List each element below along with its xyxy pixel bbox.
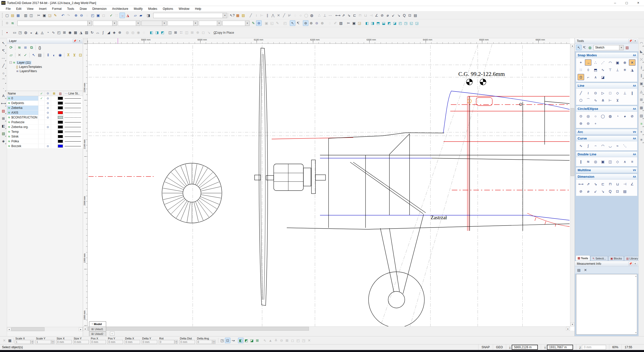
drawing-area[interactable]: C.G. 99.2-122.6mm Zastrzał [88,44,570,326]
layer-active-check[interactable] [38,139,45,144]
dim-leader-icon[interactable]: ↙ [592,188,599,194]
tree-collapse-icon[interactable]: − [10,61,12,64]
line-parallel-icon[interactable]: ∥ [265,13,270,18]
curve-cloud-icon[interactable]: ◠ [599,143,606,149]
line-perp-from-icon[interactable]: ⊢ [607,97,614,103]
curve-spline-icon[interactable]: ∿ [578,143,584,149]
dim-ordinate-icon[interactable]: ⊏ [352,13,357,18]
snap-none-icon[interactable]: → [585,59,591,66]
dim-stacked-icon[interactable]: ⊣ [622,181,628,187]
no-fill-icon[interactable]: ⊝ [279,338,284,343]
layer-row[interactable]: ≋Półka [7,139,83,144]
pattern-combo[interactable]: ▾ [168,21,198,26]
layer-linestyle[interactable] [63,134,82,139]
menu-item[interactable]: Format [49,6,64,11]
circle-2pt-icon[interactable]: ○ [298,13,303,18]
array-copy-icon[interactable]: ◫ [184,30,189,35]
point-chain-icon[interactable]: ⋯ [328,13,333,18]
snap-running-icon[interactable]: ⌖ [578,59,584,66]
zoom-out-icon[interactable]: ⊖ [79,13,84,18]
pin-icon[interactable]: 📌 [73,39,77,43]
format-painter-icon[interactable]: ✎ [53,13,58,18]
palette-tab[interactable]: ▨Tools [576,255,590,261]
scroll-up-icon[interactable]: ▴ [635,275,636,277]
constraint-link-icon[interactable]: ↝ [230,338,236,343]
show-render-icon[interactable]: ⊜ [319,20,325,26]
line-segment-icon[interactable]: ╱ [248,13,254,18]
layer-active-check[interactable]: ✓ [38,96,45,101]
scroll-left-icon[interactable]: ◂ [83,327,87,331]
selector-properties-icon[interactable]: ◨ [146,13,151,18]
circle-tan-2-icon[interactable]: ◔ [614,113,621,119]
save-file-icon[interactable]: ▦ [15,13,21,18]
spell-check-icon[interactable]: ✓ [108,13,114,18]
layer-lock-toggle[interactable] [51,144,57,148]
undo-icon[interactable]: ↶ [60,13,66,18]
layer-color-swatch[interactable] [57,115,63,120]
print-icon[interactable]: ▥ [23,13,28,18]
circle-double-point-icon[interactable]: ○ [592,113,599,119]
curve-bezier-icon[interactable]: ∫ [585,143,591,149]
layer-visibility-toggle[interactable] [45,129,51,134]
line-segment-icon[interactable]: ╱ [578,90,584,96]
pin-icon[interactable]: 📌 [628,262,633,266]
solid-polyline-icon[interactable]: ∿ [51,30,56,35]
layer-linestyle[interactable] [63,125,82,129]
chevron-up-icon[interactable]: ∧∧ [633,54,636,57]
snap-toggle-icon[interactable]: → [119,13,125,18]
snap-midpoint-icon[interactable]: ⊤ [607,67,614,73]
snap-hidden-icon[interactable]: ◪ [599,74,606,80]
solid-rotate-icon[interactable]: ◳ [17,30,23,35]
redo-icon[interactable]: ↷ [66,13,71,18]
dim-parallel-icon[interactable]: ⇗ [341,13,346,18]
camera-icon[interactable]: ▧ [338,20,344,26]
layer-tree-item-filters[interactable]: ≌ LayersFilters [16,69,82,73]
show-lights-icon[interactable]: ⊜ [303,20,308,26]
field-input[interactable] [125,340,140,344]
table-tool-icon[interactable]: ▦ [639,104,644,112]
align-tool-icon[interactable]: ≡ [639,120,644,128]
scroll-up-icon[interactable]: ▴ [571,44,574,48]
layer-active-check[interactable] [38,144,45,148]
layer-lock-toggle[interactable] [51,96,57,101]
zoom-extents-icon[interactable]: ◰ [90,13,95,18]
snap-quadrant-icon[interactable]: ⊕ [622,59,628,66]
dim-leader-multi-icon[interactable]: ↘ [396,13,401,18]
section-header[interactable]: Dimension∧∧ [576,174,637,180]
paste-entities-icon[interactable]: ◲ [357,20,362,26]
snap-intersection-icon[interactable]: ✕ [629,59,635,66]
set-current-layer-icon[interactable]: ✓ [22,52,28,58]
solid-revolve-icon[interactable]: ⊞ [62,30,67,35]
layer-color-swatch[interactable] [57,134,63,139]
facet-back-icon[interactable]: ◩ [160,30,165,35]
solid-part-icon[interactable]: ◔ [45,30,51,35]
layer-highlight-icon[interactable]: ⊜ [256,20,262,26]
copy-in-workplane-icon[interactable]: ▱ [133,13,138,18]
layer-lock-toggle[interactable] [51,101,57,105]
menu-item[interactable]: File [3,6,13,11]
line-tool-icon[interactable]: ╱ [1,62,7,69]
dim-baseline-icon[interactable]: ⊓ [357,13,363,18]
copy-tool-icon[interactable]: ▣ [639,79,644,87]
dline-polygon-icon[interactable]: ◇ [614,158,621,165]
dim-quick-icon[interactable]: Q [401,13,407,18]
context-help-icon[interactable]: ↖? [229,13,235,18]
select-icon[interactable]: ↖ [290,20,295,26]
linestyle-combo[interactable]: ▾ [118,21,140,26]
ellipse-icon[interactable]: ⊜ [578,120,584,126]
layer-active-check[interactable] [38,106,45,110]
workspace-combo[interactable]: Sketch▾ [593,45,624,50]
circle-triple-point-icon[interactable]: ◯ [599,113,606,119]
spin-up-icon[interactable]: ▲ [31,340,34,342]
menu-item[interactable]: View [24,6,36,11]
coord-z-value[interactable]: 0 mm [582,345,606,349]
line-polyline-icon[interactable]: ≀ [585,90,591,96]
canvas-hscrollbar[interactable]: ◂ ▸ [83,326,570,331]
line-tangent-icon[interactable]: ╱ [281,13,287,18]
view-iso-nw-icon[interactable]: ◳ [403,20,409,26]
dim-quick-icon[interactable]: Q [607,188,614,194]
render-sphere-1-icon[interactable]: ◍ [125,30,130,35]
layer-visibility-toggle[interactable]: ⊙ [45,125,51,129]
snap-bisector-icon[interactable]: ∧ [592,74,599,80]
geo-indicator[interactable]: GEO [493,344,506,350]
